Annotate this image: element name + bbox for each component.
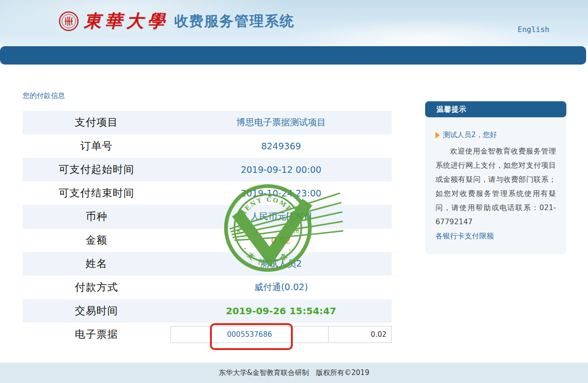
tips-paragraph: 欢迎使用金智教育收费服务管理系统进行网上支付，如您对支付项目或金额有疑问，请与收… bbox=[435, 144, 556, 229]
table-row: 支付项目 博思电子票据测试项目 bbox=[23, 111, 392, 134]
invoice-table: 0005537686 0.02 bbox=[170, 326, 392, 343]
university-seal-icon bbox=[58, 11, 79, 32]
table-row: 币种 人民币元[CNY] bbox=[23, 205, 392, 228]
tips-sidebar: 温馨提示 测试人员2，您好 欢迎使用金智教育收费服务管理系统进行网上支付，如您对… bbox=[425, 101, 566, 254]
english-language-link[interactable]: English bbox=[518, 25, 549, 34]
brand: 東華大學 收费服务管理系统 bbox=[58, 9, 295, 33]
row-label: 可支付结束时间 bbox=[23, 186, 170, 200]
payment-result-page: 東華大學 收费服务管理系统 English 您的付款信息 支付项目 博思电子票据… bbox=[0, 0, 588, 383]
system-title: 收费服务管理系统 bbox=[174, 12, 295, 31]
university-name: 東華大學 bbox=[84, 9, 169, 33]
row-label: 姓名 bbox=[23, 257, 170, 271]
table-row: 金额 0.02 bbox=[23, 228, 392, 252]
table-row: 订单号 8249369 bbox=[23, 134, 392, 158]
table-row: 交易时间 2019-09-26 15:54:47 bbox=[23, 299, 392, 323]
table-row-invoice: 电子票据 0005537686 0.02 bbox=[23, 323, 392, 346]
row-value: 2019-10-24 23:00 bbox=[170, 188, 392, 198]
row-value: 8249369 bbox=[170, 141, 392, 151]
row-value-amount: 0.02 bbox=[170, 235, 392, 245]
payment-table: 支付项目 博思电子票据测试项目 订单号 8249369 可支付起始时间 2019… bbox=[23, 111, 392, 346]
row-label: 币种 bbox=[23, 210, 170, 224]
section-title: 您的付款信息 bbox=[23, 91, 65, 100]
row-value: 人民币元[CNY] bbox=[170, 211, 392, 223]
row-value: 博思电子票据测试项目 bbox=[170, 116, 392, 129]
table-row: 可支付结束时间 2019-10-24 23:00 bbox=[23, 181, 392, 205]
row-value: 威付通(0.02) bbox=[170, 281, 392, 293]
footer-text: 东华大学&金智教育联合研制 版权所有©2019 bbox=[219, 368, 370, 377]
table-row: 付款方式 威付通(0.02) bbox=[23, 276, 392, 299]
row-label: 金额 bbox=[23, 233, 170, 247]
table-row: 可支付起始时间 2019-09-12 00:00 bbox=[23, 158, 392, 181]
row-label: 电子票据 bbox=[23, 327, 170, 342]
main-navbar bbox=[0, 46, 586, 65]
greeting-text: 测试人员2，您好 bbox=[443, 130, 497, 139]
tips-panel-title: 温馨提示 bbox=[425, 101, 566, 117]
row-label: 交易时间 bbox=[23, 304, 170, 318]
row-value: 2019-09-12 00:00 bbox=[170, 164, 392, 175]
row-label: 支付项目 bbox=[23, 115, 170, 130]
row-value-transaction-time: 2019-09-26 15:54:47 bbox=[170, 305, 392, 317]
row-label: 付款方式 bbox=[23, 280, 170, 294]
app-header: 東華大學 收费服务管理系统 English bbox=[0, 0, 588, 46]
row-label: 可支付起始时间 bbox=[23, 163, 170, 177]
row-value: 测试人员2 bbox=[170, 258, 392, 270]
tips-panel-body: 测试人员2，您好 欢迎使用金智教育收费服务管理系统进行网上支付，如您对支付项目或… bbox=[425, 117, 566, 254]
row-label: 订单号 bbox=[23, 139, 170, 153]
page-footer: 东华大学&金智教育联合研制 版权所有©2019 bbox=[0, 363, 588, 383]
bank-card-limits-link[interactable]: 各银行卡支付限额 bbox=[435, 229, 494, 243]
invoice-cell: 0005537686 0.02 bbox=[170, 326, 392, 343]
greeting-row: 测试人员2，您好 bbox=[435, 130, 556, 139]
arrow-right-icon bbox=[435, 132, 440, 139]
invoice-number-link[interactable]: 0005537686 bbox=[171, 326, 329, 342]
invoice-amount: 0.02 bbox=[329, 326, 391, 342]
table-row: 姓名 测试人员2 bbox=[23, 252, 392, 276]
